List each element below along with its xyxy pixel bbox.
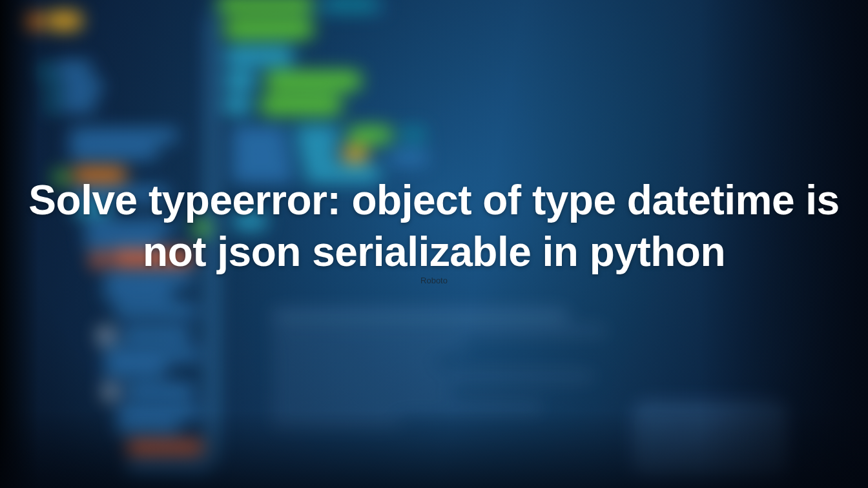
vignette-bottom bbox=[0, 411, 868, 488]
font-caption: Roboto bbox=[0, 276, 868, 285]
page-title: Solve typeerror: object of type datetime… bbox=[0, 174, 868, 278]
